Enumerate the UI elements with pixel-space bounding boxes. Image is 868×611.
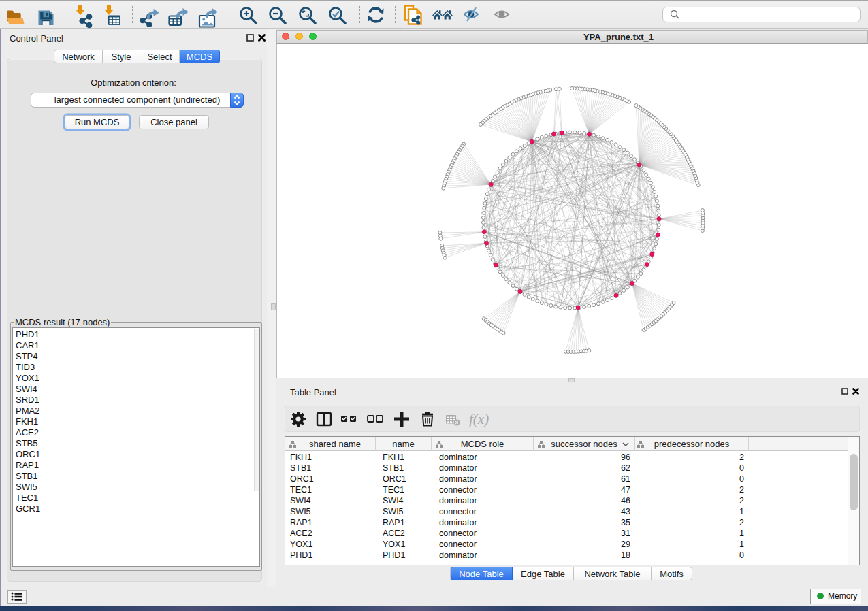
svg-text:f(x): f(x) bbox=[469, 411, 489, 427]
